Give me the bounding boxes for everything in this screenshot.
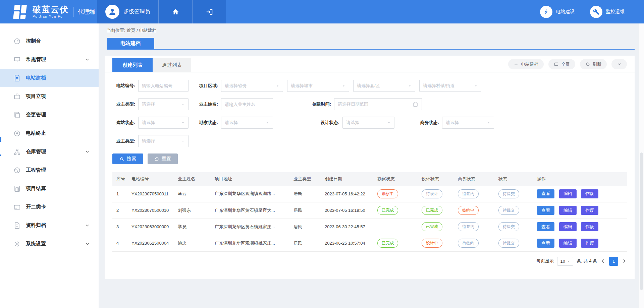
town-select[interactable]: 请选择村镇/街道 bbox=[419, 80, 481, 92]
sidebar-item-station-archive[interactable]: 电站建档 bbox=[0, 69, 99, 87]
caret-down-icon bbox=[408, 84, 412, 88]
chevron-down-icon bbox=[85, 223, 90, 228]
survey-status-select[interactable]: 请选择 bbox=[221, 117, 273, 129]
sidebar-item-project-initiation[interactable]: 项目立项 bbox=[0, 87, 99, 106]
sidebar-item-warehouse-mgmt[interactable]: 仓库管理 bbox=[0, 142, 99, 161]
monitor-icon bbox=[13, 56, 21, 63]
chevron-left-icon bbox=[600, 258, 606, 264]
page-number-current[interactable]: 1 bbox=[609, 257, 618, 266]
owner-type-label: 业主类型: bbox=[112, 101, 135, 107]
province-select[interactable]: 请选择省份 bbox=[221, 80, 283, 92]
sidebar-item-station-termination[interactable]: 电站终止 bbox=[0, 124, 99, 142]
main-content: 当前位置:首页 / 电站建档 电站建档 创建列表 通过列表 电站建档 全屏 刷新 bbox=[99, 23, 639, 308]
create-station-button[interactable]: 电站建档 bbox=[508, 59, 544, 69]
caret-down-icon bbox=[387, 121, 391, 125]
header-quick-links: 电站建设 监控运维 bbox=[540, 0, 644, 23]
edit-button[interactable]: 编辑 bbox=[559, 222, 577, 231]
fullscreen-icon bbox=[554, 62, 559, 67]
sidebar-item-system-settings[interactable]: 系统设置 bbox=[0, 235, 99, 253]
col-status: 状态 bbox=[494, 172, 533, 186]
quick-link-station-build[interactable]: 电站建设 bbox=[540, 6, 575, 18]
reset-button[interactable]: 重置 bbox=[148, 153, 178, 164]
status-badge: 待签约 bbox=[458, 189, 479, 198]
col-address: 项目地址 bbox=[211, 172, 289, 186]
pagination: 每页显示 10 条, 共 4 条 1 bbox=[105, 257, 627, 266]
app-header: 破茧云伏 Po Jian Yun Fu 代理端 超级管理员 电站建设 监控运维 bbox=[0, 0, 644, 23]
build-status-select[interactable]: 请选择 bbox=[138, 117, 189, 129]
sidebar-item-change-mgmt[interactable]: 变更管理 bbox=[0, 106, 99, 124]
edit-button[interactable]: 编辑 bbox=[559, 189, 577, 198]
date-range-picker[interactable]: 请选择日期范围 bbox=[334, 98, 422, 110]
owner-name-label: 业主姓名: bbox=[195, 101, 218, 107]
calculator-icon bbox=[13, 185, 21, 192]
col-station-code: 电站编号 bbox=[127, 172, 174, 186]
void-button[interactable]: 作废 bbox=[581, 222, 598, 231]
caret-down-icon bbox=[266, 121, 269, 125]
logout-button[interactable] bbox=[192, 0, 226, 23]
brand-subtitle: Po Jian Yun Fu bbox=[33, 15, 69, 18]
sidebar-item-console[interactable]: 控制台 bbox=[0, 32, 99, 50]
chevron-down-icon bbox=[617, 62, 622, 67]
edit-button[interactable]: 编辑 bbox=[559, 239, 577, 248]
view-button[interactable]: 查看 bbox=[537, 206, 554, 215]
view-button[interactable]: 查看 bbox=[537, 239, 554, 248]
void-button[interactable]: 作废 bbox=[581, 239, 598, 248]
search-button[interactable]: 搜索 bbox=[112, 153, 143, 164]
home-icon bbox=[172, 8, 179, 16]
status-badge: 已完成 bbox=[377, 206, 398, 215]
wrench-icon bbox=[590, 6, 602, 18]
breadcrumb: 当前位置:首页 / 电站建档 bbox=[107, 27, 158, 34]
sidebar-item-project-settlement[interactable]: 项目结算 bbox=[0, 179, 99, 198]
county-select[interactable]: 请选择县/区 bbox=[353, 80, 415, 92]
calendar-icon bbox=[413, 102, 418, 107]
filter-actions: 搜索 重置 bbox=[105, 153, 635, 164]
caret-down-icon bbox=[181, 139, 185, 143]
region-label: 项目区域: bbox=[195, 83, 218, 89]
quick-link-monitor-ops[interactable]: 监控运维 bbox=[590, 6, 625, 18]
search-icon bbox=[119, 157, 124, 162]
total-count-label: 条, 共 4 条 bbox=[577, 258, 597, 264]
design-status-select[interactable]: 请选择 bbox=[342, 117, 394, 129]
owner-name-input[interactable] bbox=[221, 98, 273, 110]
status-badge: 待签约 bbox=[458, 222, 479, 231]
user-menu[interactable]: 超级管理员 bbox=[97, 0, 158, 23]
edit-button[interactable]: 编辑 bbox=[559, 206, 577, 215]
sidebar-item-engineering-mgmt[interactable]: 工程管理 bbox=[0, 161, 99, 179]
page-size-select[interactable]: 10 bbox=[557, 257, 573, 266]
refresh-button[interactable]: 刷新 bbox=[580, 59, 607, 69]
owner-type2-select[interactable]: 请选择 bbox=[138, 135, 189, 147]
station-table: 序号 电站编号 业主姓名 项目地址 业主类型 创建日期 勘察状态 设计状态 商务… bbox=[112, 172, 627, 252]
home-button[interactable] bbox=[158, 0, 192, 23]
sidebar-scroll-indicator bbox=[0, 155, 1, 156]
next-page-button[interactable] bbox=[622, 258, 627, 264]
logout-icon bbox=[206, 8, 213, 16]
fullscreen-button[interactable]: 全屏 bbox=[548, 59, 575, 69]
copy-icon bbox=[13, 111, 21, 119]
city-select[interactable]: 请选择城市 bbox=[287, 80, 349, 92]
caret-down-icon bbox=[567, 259, 570, 263]
gear-icon bbox=[13, 240, 21, 248]
owner-type-select[interactable]: 请选择 bbox=[138, 98, 189, 110]
sidebar-item-general-mgmt[interactable]: 常规管理 bbox=[0, 50, 99, 69]
collapse-toolbar-button[interactable] bbox=[611, 59, 627, 69]
view-button[interactable]: 查看 bbox=[537, 222, 554, 231]
tab-passed-list[interactable]: 通过列表 bbox=[153, 58, 191, 72]
scrollbar-thumb[interactable] bbox=[640, 152, 643, 290]
page-tab-station-archive[interactable]: 电站建档 bbox=[107, 38, 154, 49]
tab-create-list[interactable]: 创建列表 bbox=[112, 58, 153, 72]
view-button[interactable]: 查看 bbox=[537, 189, 554, 198]
col-actions: 操作 bbox=[533, 172, 627, 186]
void-button[interactable]: 作废 bbox=[581, 189, 598, 198]
business-status-label: 商务状态: bbox=[416, 120, 439, 126]
sidebar-item-open-card[interactable]: 开二类卡 bbox=[0, 198, 99, 216]
business-status-select[interactable]: 请选择 bbox=[442, 117, 494, 129]
vertical-scrollbar[interactable] bbox=[639, 23, 644, 308]
sidebar-item-data-archive[interactable]: 资料归档 bbox=[0, 216, 99, 235]
status-badge: 勘察中 bbox=[377, 189, 398, 198]
station-code-input[interactable] bbox=[138, 80, 189, 92]
quick-link-label: 监控运维 bbox=[606, 9, 625, 15]
credit-card-icon bbox=[13, 203, 21, 211]
void-button[interactable]: 作废 bbox=[581, 206, 598, 215]
prev-page-button[interactable] bbox=[600, 258, 606, 264]
per-page-label: 每页显示 bbox=[536, 258, 554, 264]
